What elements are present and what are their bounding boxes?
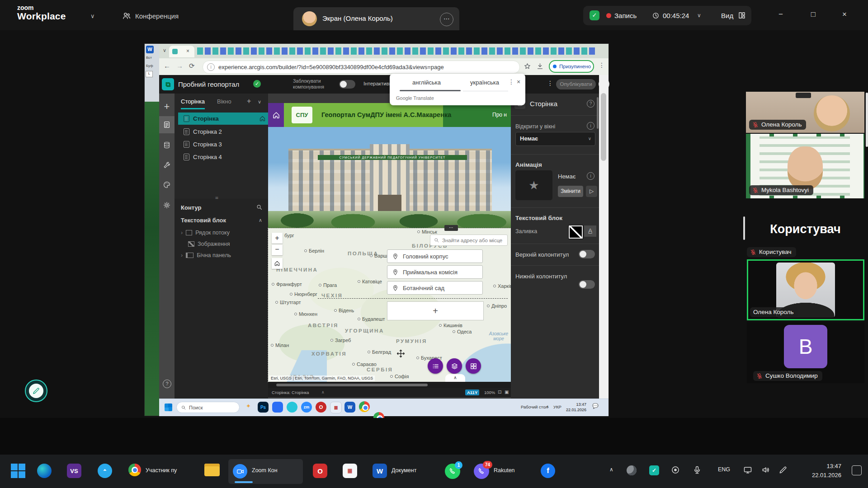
animation-thumbnail[interactable]: ★	[515, 170, 552, 200]
video-tile[interactable]: В Сушко Володимир	[747, 322, 864, 383]
viber-icon[interactable]: 74	[474, 464, 489, 479]
builder-logo-icon[interactable]: ⧉	[162, 78, 174, 90]
facebook-icon[interactable]: f	[541, 464, 555, 478]
tab-meeting[interactable]: Конференция	[122, 10, 179, 22]
tray-speaker-icon[interactable]	[761, 465, 770, 474]
tab-search-chevron-icon[interactable]: ∨	[163, 47, 166, 53]
panel-scroll-indicator[interactable]	[866, 93, 868, 147]
shared-lang[interactable]: УКР	[553, 404, 561, 409]
place-card[interactable]: Ботанічний сад	[387, 281, 483, 295]
legend-button[interactable]	[428, 358, 443, 374]
translate-tab-ukrainian[interactable]: українська	[470, 79, 499, 86]
maximize-button[interactable]: □	[804, 10, 822, 19]
expand-panel-tab[interactable]: ∧	[445, 374, 465, 382]
canvas-h-scrollbar[interactable]	[276, 384, 428, 386]
change-animation-button[interactable]: Змінити	[558, 186, 583, 197]
collapse-icon[interactable]: ∧	[259, 217, 262, 223]
browser-menu-icon[interactable]: ⋮	[599, 61, 605, 69]
page-item[interactable]: Сторінка 3	[178, 138, 269, 150]
tray-moon-icon[interactable]	[627, 465, 637, 475]
view-label[interactable]: Вид	[721, 12, 733, 19]
tray-pen-icon[interactable]	[778, 465, 788, 474]
desktop-label[interactable]: Рабочий стол	[521, 404, 548, 409]
page-item-selected[interactable]: Сторінка	[178, 113, 269, 125]
panel-help-icon[interactable]: ?	[587, 100, 594, 108]
play-animation-button[interactable]: ▷	[586, 186, 597, 197]
status-collapse-icon[interactable]: ∧	[321, 390, 325, 394]
place-card[interactable]: Головний корпус	[387, 249, 483, 263]
theme-icon[interactable]	[163, 181, 171, 189]
animation-info-icon[interactable]: i	[587, 172, 594, 180]
open-info-icon[interactable]: i	[587, 122, 594, 130]
shared-search-box[interactable]: Поиск	[176, 402, 240, 413]
scroll-indicator[interactable]	[743, 216, 745, 240]
notif-icon[interactable]: 💬	[592, 403, 599, 409]
tab-more-icon[interactable]: ⋯	[440, 13, 453, 26]
outline-item[interactable]: ›Бічна панель	[181, 252, 231, 258]
add-item-card[interactable]: +	[387, 301, 484, 320]
tab-screen-share[interactable]: Экран (Олена Король) ⋯	[293, 7, 459, 30]
shared-start-icon[interactable]	[165, 404, 172, 411]
tray-chevron[interactable]: ∧	[546, 404, 549, 409]
vscode-icon[interactable]: VS	[67, 464, 81, 478]
annotate-button[interactable]	[25, 380, 47, 402]
translate-paused-chip[interactable]: Призупинено	[549, 60, 594, 73]
data-icon[interactable]	[163, 141, 171, 149]
settings-icon[interactable]	[163, 201, 171, 209]
page-tool-active[interactable]	[159, 116, 175, 133]
widget-drag-handle[interactable]: ⋯	[444, 225, 458, 231]
outline-search-icon[interactable]	[256, 204, 263, 211]
help-icon[interactable]: ?	[163, 380, 171, 388]
forward-icon[interactable]: →	[176, 62, 183, 70]
minimize-button[interactable]: −	[772, 10, 790, 19]
chevron-down-icon[interactable]: ∨	[90, 13, 95, 19]
word-icon[interactable]: W	[344, 402, 355, 413]
tab-page[interactable]: Сторінка	[181, 98, 205, 109]
app-icon[interactable]	[287, 402, 297, 413]
panel-scrollbar[interactable]	[597, 97, 599, 129]
translate-close-icon[interactable]: ×	[517, 78, 520, 85]
apps-grid-button[interactable]	[466, 358, 481, 374]
photoshop-icon[interactable]: Ps	[258, 402, 269, 413]
start-button[interactable]	[11, 464, 25, 478]
fill-swatch[interactable]	[569, 225, 583, 239]
zoom-app-icon[interactable]: zm	[301, 402, 312, 413]
back-icon[interactable]: ←	[164, 62, 170, 70]
outline-item[interactable]: ›Рядок потоку	[181, 230, 230, 236]
panel-toggle-icon[interactable]: ▣	[505, 389, 509, 394]
page-item[interactable]: Сторінка 2	[178, 126, 269, 138]
security-shield-icon[interactable]: ✓	[590, 10, 599, 20]
map-zoom-out-button[interactable]: −	[272, 244, 283, 255]
word-window-title[interactable]: Документ	[392, 467, 416, 474]
doc-app-icon[interactable]: ≣	[343, 464, 357, 478]
tray-shield-icon[interactable]: ✓	[649, 465, 659, 475]
tray-network-icon[interactable]	[743, 465, 752, 474]
timer-chevron-icon[interactable]: ∨	[697, 12, 701, 19]
publish-button[interactable]: Опублікувати	[556, 79, 596, 89]
map-home-button[interactable]	[272, 258, 283, 269]
url-field[interactable]: i experience.arcgis.com/builder/?id=5e90…	[203, 61, 520, 74]
fit-icon[interactable]: ⊡	[498, 389, 501, 394]
tray-expand-icon[interactable]: ∧	[609, 466, 613, 473]
notification-center-icon[interactable]	[852, 465, 862, 475]
browser-tab-favicons[interactable]	[197, 47, 595, 55]
outline-root-row[interactable]: Текстовий блок ∧	[181, 217, 262, 224]
text-color-swatch[interactable]: A	[584, 225, 596, 237]
pages-chevron-icon[interactable]: ∨	[258, 99, 261, 105]
tray-headset-icon[interactable]	[671, 465, 680, 474]
add-page-icon[interactable]: +	[247, 97, 251, 105]
a11y-badge[interactable]: A11Y	[465, 389, 479, 395]
map-search-bar[interactable]: Знайти адресу або місце	[430, 235, 508, 246]
folder-icon[interactable]	[204, 464, 220, 476]
opera-icon[interactable]: O	[313, 464, 327, 478]
video-tile-active[interactable]: Олена Король	[747, 259, 864, 320]
outline-item[interactable]: Зображення	[188, 241, 230, 247]
video-tile[interactable]: Mykola Bashtovyi	[746, 134, 864, 198]
chrome-icon[interactable]	[359, 401, 370, 412]
translate-tab-english[interactable]: англійська	[412, 79, 441, 86]
geoportal-nav-fragment[interactable]: Про н	[492, 112, 507, 118]
window-title[interactable]: Участник пу	[146, 467, 177, 474]
map-widget[interactable]: Мінськ БІЛОРУСЬ Берлін ПОЛЬЩА Варшава НІ…	[268, 228, 511, 382]
app-icon[interactable]	[272, 402, 283, 413]
opera-icon[interactable]: O	[316, 402, 326, 413]
